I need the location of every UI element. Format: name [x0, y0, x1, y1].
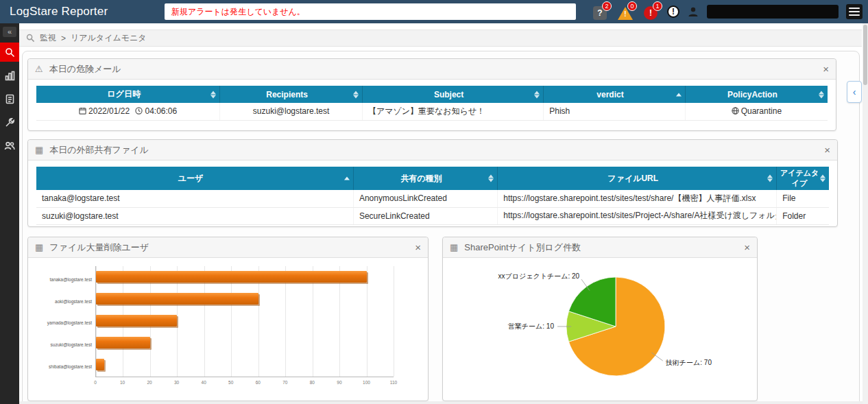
sidebar-item-monitor[interactable] [0, 43, 19, 62]
document-icon [5, 94, 15, 104]
column-header-recipients[interactable]: Recipients [220, 86, 363, 103]
top-header: LogStare Reporter 新規アラートは発生していません。 2 ? 0… [0, 0, 868, 23]
close-icon[interactable]: × [744, 242, 750, 252]
x-tick-label: 30 [174, 380, 179, 385]
table-row[interactable]: suzuki@logstare.test SecureLinkCreated h… [36, 207, 829, 224]
x-tick-label: 110 [390, 380, 397, 385]
table-icon: ▦ [450, 242, 458, 252]
bar[interactable] [96, 293, 258, 305]
cell-subject: 【アマゾン】重要なお知らせ！ [362, 103, 543, 120]
breadcrumb-section[interactable]: 監視 [40, 32, 56, 44]
external-files-table-wrap: ユーザ 共有の種別 ファイルURL アイテムタイプ tanaka@logstar… [28, 161, 837, 225]
x-tick-label: 40 [202, 380, 206, 385]
user-name-redacted[interactable] [707, 5, 839, 19]
panel-sharepoint-title: SharePointサイト別ログ件数 [464, 241, 581, 254]
pie-svg: 技術チーム: 70営業チーム: 10xxプロジェクトチーム: 20 [443, 258, 757, 399]
vertical-scrollbar[interactable] [863, 23, 868, 404]
column-header-subject[interactable]: Subject [362, 86, 543, 103]
column-label: PolicyAction [727, 90, 777, 99]
horizontal-scrollbar[interactable] [19, 401, 863, 404]
sort-icon [534, 91, 540, 98]
header-right-cluster: 2 ? 0 ! 1 ! ! [591, 3, 863, 21]
column-header-log-datetime[interactable]: ログ日時 [36, 86, 220, 103]
sidebar-collapse-button[interactable]: « [3, 27, 16, 37]
warning-icon: ⚠ [35, 64, 43, 74]
cell-item-type: Folder [777, 207, 829, 224]
status-error-button[interactable]: 1 ! [642, 3, 660, 20]
bar-row [96, 315, 394, 328]
side-panel-expander-button[interactable]: ‹ [847, 81, 862, 103]
panel-bulk-delete-header: ▦ ファイル大量削除ユーザ × [28, 237, 428, 258]
x-tick-label: 60 [256, 380, 261, 385]
close-icon[interactable]: × [415, 242, 421, 252]
panel-external-files: ▦ 本日の外部共有ファイル × ユーザ 共有の種別 ファイルURL アイテムタイ… [27, 139, 838, 227]
sort-icon [353, 91, 359, 98]
bar[interactable] [96, 271, 367, 283]
column-header-verdict[interactable]: verdict [544, 86, 686, 103]
user-icon [687, 5, 699, 18]
bar-category-label: aoki@logstare.test [31, 299, 95, 304]
bar[interactable] [96, 315, 177, 326]
x-axis-ticks: 0102030405060708090100110 [95, 380, 394, 388]
bar-category-label: yamada@logstare.test [31, 320, 95, 325]
bar-row [96, 359, 394, 372]
pie-slice-label: 技術チーム: 70 [666, 359, 712, 366]
column-header-user[interactable]: ユーザ [36, 167, 353, 190]
main-content: 監視 > リアルタイムモニタ ⚠ 本日の危険メール × ログ日時 Recipie… [19, 23, 868, 404]
column-header-policyaction[interactable]: PolicyAction [685, 86, 828, 103]
column-label: Subject [434, 90, 463, 99]
bar-chart-icon [5, 71, 15, 81]
x-tick-label: 50 [228, 380, 233, 385]
column-header-item-type[interactable]: アイテムタイプ [777, 167, 829, 190]
column-header-share-type[interactable]: 共有の種別 [353, 167, 497, 190]
table-row[interactable]: tanaka@logstare.test AnonymousLinkCreate… [36, 190, 829, 207]
scrollbar-thumb[interactable] [863, 25, 867, 85]
sidebar-item-reports[interactable] [0, 66, 19, 85]
column-header-file-url[interactable]: ファイルURL [498, 167, 777, 190]
alert-message: 新規アラートは発生していません。 [171, 6, 305, 18]
pie-slice-label: xxプロジェクトチーム: 20 [498, 272, 580, 280]
status-warning-badge: 0 [627, 1, 637, 11]
close-icon[interactable]: × [824, 145, 830, 155]
globe-icon [732, 107, 739, 117]
bar-row [96, 271, 394, 284]
sort-icon-ascending [676, 93, 682, 96]
sort-icon [819, 91, 824, 98]
danger-mail-table: ログ日時 Recipients Subject verdict PolicyAc… [36, 86, 828, 121]
x-tick-label: 90 [337, 380, 341, 385]
status-error-badge: 1 [653, 1, 662, 11]
sidebar-item-users[interactable] [0, 136, 19, 155]
pie-slice-label: 営業チーム: 10 [508, 322, 555, 330]
table-header-row: ログ日時 Recipients Subject verdict PolicyAc… [36, 86, 828, 103]
x-tick-label: 100 [363, 380, 370, 385]
column-label: アイテムタイプ [780, 169, 819, 187]
panel-external-files-header: ▦ 本日の外部共有ファイル × [28, 140, 837, 161]
status-unknown-button[interactable]: 2 ? [591, 3, 609, 20]
x-tick-label: 10 [120, 380, 125, 385]
app-title: LogStare Reporter [0, 5, 108, 19]
panel-danger-mail-title: 本日の危険メール [49, 63, 121, 75]
bar[interactable] [96, 359, 104, 370]
alert-indicator-icon[interactable]: ! [667, 5, 679, 18]
breadcrumb-search-icon [26, 34, 35, 43]
clock-icon [135, 107, 143, 117]
status-warning-button[interactable]: 0 ! [616, 3, 634, 20]
bar[interactable] [96, 337, 150, 348]
sort-icon [820, 175, 825, 182]
close-icon[interactable]: × [823, 64, 829, 74]
x-tick-label: 80 [310, 380, 315, 385]
table-row[interactable]: 2022/01/22 04:06:06 suzuki@logstare.test… [36, 103, 828, 120]
cell-verdict: Phish [544, 103, 686, 120]
sidebar-item-logs[interactable] [0, 89, 19, 108]
left-sidebar: « [0, 23, 19, 404]
column-label: verdict [596, 90, 623, 99]
gridline [394, 266, 394, 377]
bar-category-labels: tanaka@logstare.testaoki@logstare.testya… [31, 269, 95, 377]
bar-category-label: tanaka@logstare.test [31, 277, 95, 282]
policy-action-value: Quarantine [741, 106, 782, 116]
danger-mail-table-wrap: ログ日時 Recipients Subject verdict PolicyAc… [28, 80, 836, 121]
column-label: ユーザ [178, 174, 204, 183]
hamburger-menu-icon[interactable] [846, 4, 863, 19]
sidebar-item-settings[interactable] [0, 112, 19, 132]
cell-file-url: https://logstare.sharepoint.test/sites/t… [498, 190, 777, 207]
